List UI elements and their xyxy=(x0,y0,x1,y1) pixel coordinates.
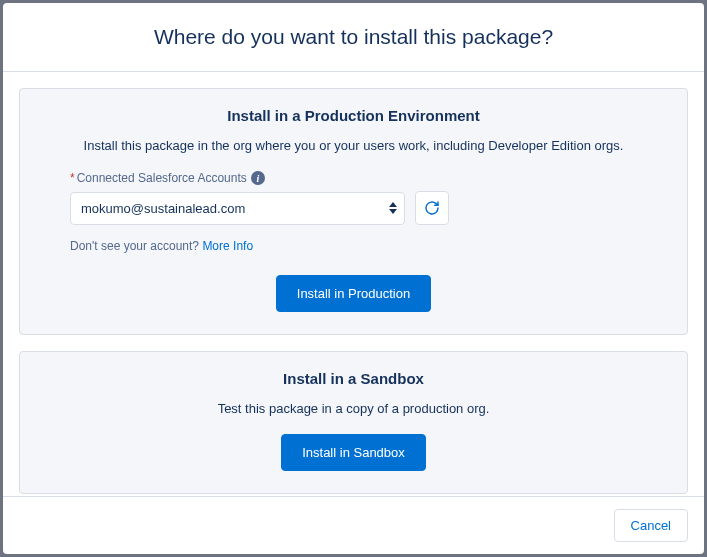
account-select[interactable]: mokumo@sustainalead.com xyxy=(70,192,405,225)
sandbox-title: Install in a Sandbox xyxy=(70,370,637,387)
help-prefix: Don't see your account? xyxy=(70,239,202,253)
account-select-row: mokumo@sustainalead.com xyxy=(70,191,637,225)
modal-title: Where do you want to install this packag… xyxy=(23,25,684,49)
install-production-button[interactable]: Install in Production xyxy=(276,275,431,312)
install-sandbox-button[interactable]: Install in Sandbox xyxy=(281,434,426,471)
more-info-link[interactable]: More Info xyxy=(202,239,253,253)
modal-footer: Cancel xyxy=(3,497,704,554)
account-help-text: Don't see your account? More Info xyxy=(70,239,637,253)
cancel-button[interactable]: Cancel xyxy=(614,509,688,542)
production-title: Install in a Production Environment xyxy=(70,107,637,124)
info-icon[interactable]: i xyxy=(251,171,265,185)
accounts-label: *Connected Salesforce Accounts i xyxy=(70,171,637,185)
production-description: Install this package in the org where yo… xyxy=(70,138,637,153)
sandbox-description: Test this package in a copy of a product… xyxy=(70,401,637,416)
modal-body: Install in a Production Environment Inst… xyxy=(3,71,704,497)
sandbox-panel: Install in a Sandbox Test this package i… xyxy=(19,351,688,494)
account-select-wrap: mokumo@sustainalead.com xyxy=(70,192,405,225)
modal-header: Where do you want to install this packag… xyxy=(3,3,704,71)
production-panel: Install in a Production Environment Inst… xyxy=(19,88,688,335)
refresh-icon xyxy=(424,200,440,216)
accounts-label-text: Connected Salesforce Accounts xyxy=(77,171,247,185)
required-indicator: * xyxy=(70,171,75,185)
install-package-modal: Where do you want to install this packag… xyxy=(3,3,704,554)
refresh-button[interactable] xyxy=(415,191,449,225)
